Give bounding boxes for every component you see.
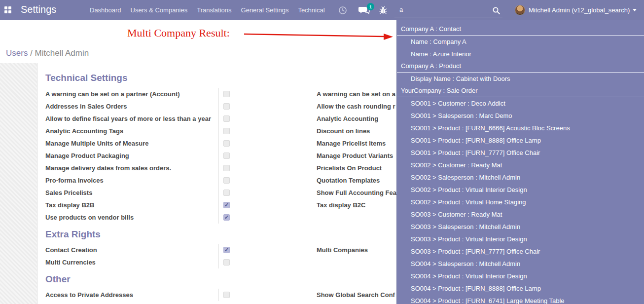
- search-result-item[interactable]: SO004 > Product : [FURN_6741] Large Meet…: [397, 295, 644, 304]
- search-result-item[interactable]: SO001 > Customer : Deco Addict: [397, 97, 644, 110]
- search-result-item[interactable]: Name : Company A: [397, 36, 644, 48]
- setting-row: Multi Currencies: [45, 256, 230, 268]
- setting-row: Analytic Accounting Tags: [45, 125, 230, 137]
- search-result-item[interactable]: SO003 > Salesperson : Mitchell Admin: [397, 221, 644, 233]
- setting-row: A warning can be set on a partner (Accou…: [45, 88, 230, 100]
- checkbox[interactable]: [223, 115, 230, 122]
- global-search-results-dropdown: Company A : Contact Name : Company A Nam…: [396, 20, 644, 304]
- search-result-item[interactable]: SO003 > Product : [FURN_7777] Office Cha…: [397, 245, 644, 258]
- search-result-item[interactable]: SO001 > Salesperson : Marc Demo: [397, 110, 644, 122]
- breadcrumb: Users / Mitchell Admin: [6, 48, 89, 58]
- menu-translations[interactable]: Translations: [197, 6, 231, 14]
- section-heading-technical-settings: Technical Settings: [45, 73, 127, 83]
- navbar-menu: Dashboard Users & Companies Translations…: [90, 0, 325, 20]
- checkbox[interactable]: [223, 190, 230, 196]
- search-result-item[interactable]: SO003 > Product : Virtual Interior Desig…: [397, 233, 644, 245]
- top-navbar: Settings Dashboard Users & Companies Tra…: [0, 0, 644, 20]
- menu-dashboard[interactable]: Dashboard: [90, 6, 121, 14]
- setting-row: Multi Companies: [317, 244, 400, 256]
- checkbox[interactable]: [223, 165, 230, 171]
- setting-row: Sales Pricelists: [45, 187, 230, 199]
- extra-rights-right-column: Multi Companies: [317, 244, 400, 256]
- checkbox[interactable]: [223, 140, 230, 147]
- search-result-item[interactable]: Name : Azure Interior: [397, 48, 644, 60]
- setting-row: Tax display B2B: [45, 199, 230, 211]
- technical-settings-right-column: A warning can be set on a Allow the cash…: [317, 88, 400, 211]
- setting-row: Show Full Accounting Fea: [317, 187, 400, 199]
- breadcrumb-users-link[interactable]: Users: [6, 48, 28, 58]
- setting-row: Manage Product Packaging: [45, 150, 230, 162]
- search-result-item[interactable]: SO002 > Product : Virtual Interior Desig…: [397, 184, 644, 196]
- setting-row: Manage Product Variants: [317, 150, 400, 162]
- search-result-item[interactable]: SO004 > Salesperson : Mitchell Admin: [397, 258, 644, 270]
- search-group-header: Company A : Contact: [397, 23, 644, 36]
- checkbox[interactable]: [223, 177, 230, 184]
- annotation-text: Multi Company Result:: [127, 27, 230, 39]
- section-heading-extra-rights: Extra Rights: [45, 229, 101, 240]
- section-heading-other: Other: [45, 274, 71, 285]
- setting-row: Contact Creation: [45, 244, 230, 256]
- activities-clock-icon[interactable]: [338, 6, 347, 15]
- checkbox[interactable]: [223, 202, 230, 208]
- debug-bug-icon[interactable]: [379, 6, 388, 15]
- setting-row: Manage Multiple Units of Measure: [45, 137, 230, 150]
- search-result-item[interactable]: Display Name : Cabinet with Doors: [397, 73, 644, 85]
- setting-row: Access to Private Addresses: [45, 289, 230, 301]
- other-left-column: Access to Private Addresses: [45, 289, 230, 301]
- search-result-item[interactable]: SO003 > Customer : Ready Mat: [397, 208, 644, 221]
- search-result-item[interactable]: SO001 > Product : [FURN_8888] Office Lam…: [397, 134, 644, 147]
- search-result-item[interactable]: SO002 > Customer : Ready Mat: [397, 159, 644, 171]
- apps-grid-icon[interactable]: [4, 6, 12, 14]
- breadcrumb-current: Mitchell Admin: [35, 48, 89, 58]
- red-arrow: [241, 29, 396, 43]
- search-group-header: Company A : Product: [397, 60, 644, 73]
- setting-row: Manage delivery dates from sales orders.: [45, 162, 230, 174]
- user-avatar: [515, 5, 525, 15]
- checkbox[interactable]: [223, 214, 230, 221]
- setting-row: Use products on vendor bills: [45, 211, 230, 224]
- search-result-item[interactable]: SO002 > Product : Virtual Home Staging: [397, 196, 644, 208]
- technical-settings-left-column: A warning can be set on a partner (Accou…: [45, 88, 230, 224]
- setting-row: Manage Pricelist Items: [317, 137, 400, 150]
- other-right-column: Show Global Search Conf: [317, 289, 400, 301]
- global-search-input[interactable]: a: [394, 4, 502, 17]
- checkbox[interactable]: [223, 259, 230, 266]
- message-count-badge[interactable]: 1: [367, 3, 374, 10]
- setting-row: Allow to define fiscal years of more or …: [45, 113, 230, 125]
- search-result-item[interactable]: SO004 > Product : [FURN_8888] Office Lam…: [397, 282, 644, 295]
- checkbox[interactable]: [223, 292, 230, 298]
- app-title[interactable]: Settings: [21, 4, 56, 15]
- setting-row: Pro-forma Invoices: [45, 174, 230, 187]
- checkbox[interactable]: [223, 247, 230, 253]
- extra-rights-left-column: Contact Creation Multi Currencies: [45, 244, 230, 268]
- setting-row: Discount on lines: [317, 125, 400, 137]
- menu-general-settings[interactable]: General Settings: [241, 6, 289, 14]
- setting-row: Addresses in Sales Orders: [45, 100, 230, 113]
- setting-row: Allow the cash rounding r: [317, 100, 400, 113]
- search-group-header: YourCompany : Sale Order: [397, 85, 644, 97]
- menu-technical[interactable]: Technical: [298, 6, 324, 14]
- setting-row: Analytic Accounting: [317, 113, 400, 125]
- checkbox[interactable]: [223, 152, 230, 159]
- search-icon[interactable]: [492, 6, 501, 15]
- breadcrumb-separator: /: [28, 48, 35, 58]
- setting-row: Tax display B2C: [317, 199, 400, 211]
- user-name: Mitchell Admin (v12_global_search): [529, 6, 630, 14]
- setting-row: Pricelists On Product: [317, 162, 400, 174]
- chevron-down-icon: [633, 9, 637, 11]
- odoo-settings-page: Settings Dashboard Users & Companies Tra…: [0, 0, 644, 304]
- search-input-value: a: [399, 6, 403, 13]
- setting-row: Show Global Search Conf: [317, 289, 400, 301]
- menu-users-companies[interactable]: Users & Companies: [131, 6, 188, 14]
- search-result-item[interactable]: SO002 > Salesperson : Mitchell Admin: [397, 171, 644, 184]
- search-result-item[interactable]: SO004 > Product : Virtual Interior Desig…: [397, 270, 644, 282]
- checkbox[interactable]: [223, 128, 230, 134]
- checkbox[interactable]: [223, 103, 230, 110]
- user-menu[interactable]: Mitchell Admin (v12_global_search): [515, 0, 637, 20]
- setting-row: A warning can be set on a: [317, 88, 400, 100]
- checkbox[interactable]: [223, 91, 230, 97]
- setting-row: Quotation Templates: [317, 174, 400, 187]
- search-result-item[interactable]: SO001 > Product : [FURN_6666] Acoustic B…: [397, 122, 644, 134]
- search-result-item[interactable]: SO001 > Product : [FURN_7777] Office Cha…: [397, 147, 644, 159]
